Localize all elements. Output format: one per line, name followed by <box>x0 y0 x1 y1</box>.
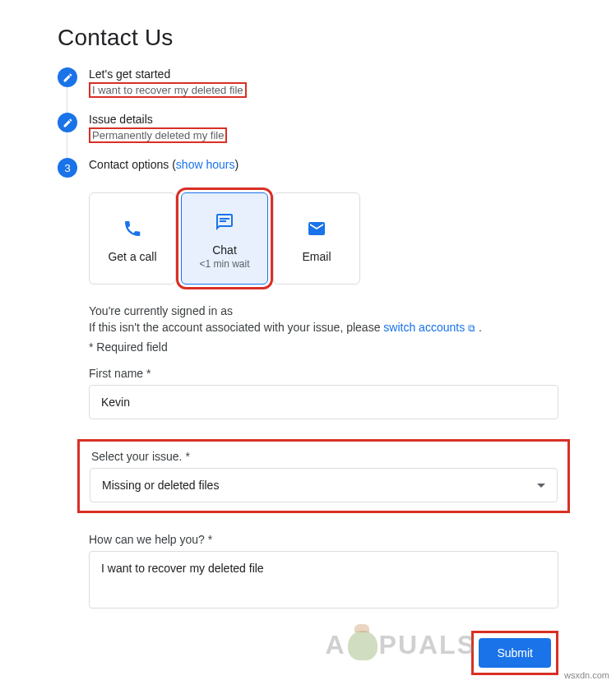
chat-icon <box>215 212 234 232</box>
help-label: How can we help you? * <box>89 533 558 546</box>
chevron-down-icon <box>537 484 545 488</box>
submit-button[interactable]: Submit <box>479 638 551 668</box>
not-account-text: If this isn't the account associated wit… <box>89 321 383 334</box>
card-chat-sub: <1 min wait <box>199 258 249 270</box>
step-1-title: Let's get started <box>89 67 247 81</box>
required-note: * Required field <box>89 340 558 354</box>
contact-card-call[interactable]: Get a call <box>89 192 176 285</box>
submit-highlight-box: Submit <box>471 631 558 675</box>
external-link-icon: ⧉ <box>468 322 475 334</box>
first-name-field: First name * <box>89 367 558 419</box>
step-2[interactable]: Issue details Permanently deleted my fil… <box>58 113 558 143</box>
help-field: How can we help you? * I want to recover… <box>89 533 558 611</box>
signed-in-text: You're currently signed in as <box>89 304 558 317</box>
issue-value: Missing or deleted files <box>102 479 219 492</box>
page-title: Contact Us <box>58 25 558 51</box>
edit-icon <box>58 113 77 132</box>
edit-icon <box>58 67 77 87</box>
help-textarea[interactable]: I want to recover my deleted file <box>89 551 558 609</box>
step-3-title: Contact options <box>89 158 169 171</box>
issue-label: Select your issue. * <box>90 450 558 463</box>
card-chat-label: Chat <box>212 243 237 257</box>
step-2-sub: Permanently deleted my file <box>89 127 227 143</box>
first-name-input[interactable] <box>89 385 558 419</box>
issue-select[interactable]: Missing or deleted files <box>90 468 558 502</box>
issue-highlight-box: Select your issue. * Missing or deleted … <box>77 439 570 513</box>
switch-accounts-link[interactable]: switch accounts <box>383 321 465 334</box>
first-name-label: First name * <box>89 367 558 380</box>
step-1-sub: I want to recover my deleted file <box>89 82 247 98</box>
contact-options: Get a call Chat <1 min wait Email <box>89 192 558 285</box>
contact-card-chat[interactable]: Chat <1 min wait <box>181 192 268 285</box>
phone-icon <box>123 219 142 238</box>
step-3: 3 Contact options (show hours) <box>58 158 558 178</box>
stepper: Let's get started I want to recover my d… <box>58 67 558 178</box>
email-icon <box>307 219 327 238</box>
card-call-label: Get a call <box>108 250 156 263</box>
step-1[interactable]: Let's get started I want to recover my d… <box>58 67 558 98</box>
site-credit: wsxdn.com <box>564 670 609 680</box>
form-section: You're currently signed in as If this is… <box>89 304 558 675</box>
paren-close: ) <box>234 158 239 171</box>
step-2-title: Issue details <box>89 113 227 126</box>
card-email-label: Email <box>302 250 331 263</box>
step-number-3: 3 <box>58 158 77 178</box>
contact-card-email[interactable]: Email <box>273 192 360 285</box>
show-hours-link[interactable]: show hours <box>176 158 235 171</box>
